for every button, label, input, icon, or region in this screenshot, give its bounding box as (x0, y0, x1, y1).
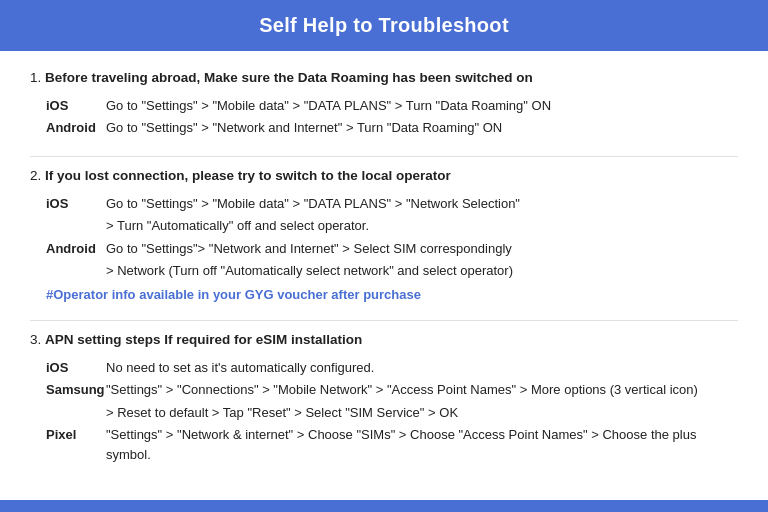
section-1-title: 1. Before traveling abroad, Make sure th… (30, 69, 738, 88)
section-2-ios-continuation: > Turn "Automatically" off and select op… (30, 216, 738, 236)
section-1-ios-row: iOS Go to "Settings" > "Mobile data" > "… (30, 96, 738, 116)
section-2-number: 2. (30, 168, 41, 183)
section-3-pixel-desc: "Settings" > "Network & internet" > Choo… (106, 425, 738, 464)
section-3-pixel-platform: Pixel (46, 425, 106, 464)
section-2-android-continuation: > Network (Turn off "Automatically selec… (30, 261, 738, 281)
section-2-android-platform: Android (46, 239, 106, 259)
section-3-samsung-row: Samsung "Settings" > "Connections" > "Mo… (30, 380, 738, 400)
section-3-samsung-continuation: > Reset to default > Tap "Reset" > Selec… (30, 403, 738, 423)
section-3-ios-desc: No need to set as it's automatically con… (106, 358, 738, 378)
content-area: 1. Before traveling abroad, Make sure th… (0, 51, 768, 496)
section-2-bold: If you lost connection, please try to sw… (45, 168, 451, 183)
divider-2 (30, 320, 738, 321)
section-3-bold: APN setting steps If required for eSIM i… (45, 332, 362, 347)
section-2-ios-platform: iOS (46, 194, 106, 214)
section-3-number: 3. (30, 332, 41, 347)
section-1-android-row: Android Go to "Settings" > "Network and … (30, 118, 738, 138)
section-1-number: 1. (30, 70, 41, 85)
section-1-android-platform: Android (46, 118, 106, 138)
section-3: 3. APN setting steps If required for eSI… (30, 331, 738, 464)
section-2-android-row: Android Go to "Settings"> "Network and I… (30, 239, 738, 259)
section-3-ios-row: iOS No need to set as it's automatically… (30, 358, 738, 378)
section-3-title: 3. APN setting steps If required for eSI… (30, 331, 738, 350)
section-2-title: 2. If you lost connection, please try to… (30, 167, 738, 186)
section-2: 2. If you lost connection, please try to… (30, 167, 738, 302)
section-3-ios-platform: iOS (46, 358, 106, 378)
footer: Please contact us via WhatsApp in your G… (0, 500, 768, 512)
section-1: 1. Before traveling abroad, Make sure th… (30, 69, 738, 138)
section-2-android-desc: Go to "Settings"> "Network and Internet"… (106, 239, 738, 259)
page-title: Self Help to Troubleshoot (20, 14, 748, 37)
section-2-ios-desc: Go to "Settings" > "Mobile data" > "DATA… (106, 194, 738, 214)
section-1-ios-platform: iOS (46, 96, 106, 116)
section-1-ios-desc: Go to "Settings" > "Mobile data" > "DATA… (106, 96, 738, 116)
section-3-pixel-row: Pixel "Settings" > "Network & internet" … (30, 425, 738, 464)
section-1-bold: Before traveling abroad, Make sure the D… (45, 70, 533, 85)
section-3-samsung-desc: "Settings" > "Connections" > "Mobile Net… (106, 380, 738, 400)
operator-note: #Operator info available in your GYG vou… (30, 287, 738, 302)
header: Self Help to Troubleshoot (0, 0, 768, 51)
section-3-samsung-platform: Samsung (46, 380, 106, 400)
section-2-ios-row: iOS Go to "Settings" > "Mobile data" > "… (30, 194, 738, 214)
divider-1 (30, 156, 738, 157)
section-1-android-desc: Go to "Settings" > "Network and Internet… (106, 118, 738, 138)
